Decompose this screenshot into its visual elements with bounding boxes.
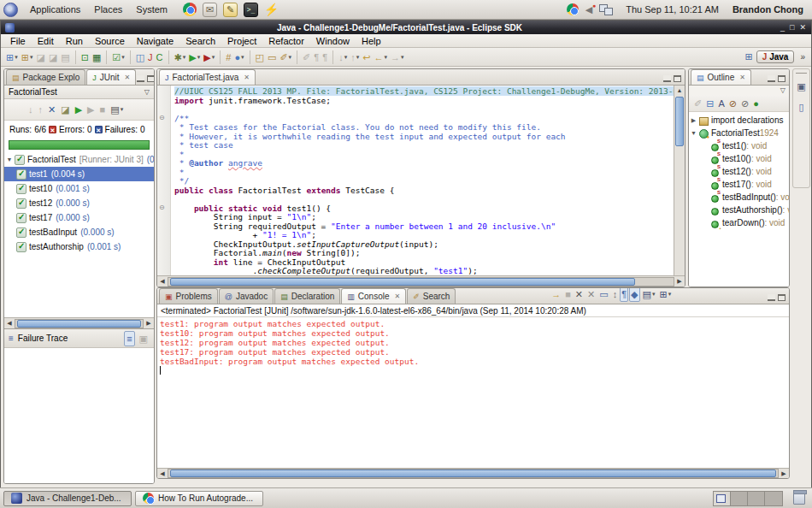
word-wrap-icon[interactable]: ¶ (620, 287, 628, 302)
dropdown-caret-icon[interactable]: ▾ (15, 54, 18, 61)
terminal-launcher[interactable]: >_ (244, 3, 258, 17)
scroll-left-icon[interactable]: ◀ (4, 320, 15, 327)
panel-menu-places[interactable]: Places (87, 2, 129, 17)
test-row-testAuthorship[interactable]: testAuthorship(0.001 s) (4, 239, 154, 254)
dropdown-caret-icon[interactable]: ▾ (121, 54, 125, 61)
failures-only-icon[interactable]: ✕ (46, 102, 57, 117)
workspace-1[interactable] (714, 492, 731, 505)
search-icon[interactable]: ✐▾ (278, 50, 293, 65)
tab-problems[interactable]: ▣Problems (159, 288, 218, 304)
debug-icon[interactable]: ✱▾ (173, 50, 188, 65)
close-tab-icon[interactable]: ✕ (125, 74, 131, 81)
panel-menu-system[interactable]: System (129, 2, 174, 17)
fold-collapse-icon[interactable]: ⊖ (159, 204, 165, 212)
fastview-restore-icon[interactable]: ▣ (795, 79, 807, 94)
outline-tab[interactable]: ▤ Outline ✕ (691, 69, 751, 85)
perspective-overflow-chevron[interactable]: » (800, 52, 805, 62)
open-perspective-icon[interactable]: ⊞ (744, 51, 752, 62)
editor-fold-ruler[interactable]: ⊖⊖ (157, 86, 171, 275)
close-tab-icon[interactable]: ✕ (244, 74, 250, 81)
dropdown-caret-icon[interactable]: ▾ (652, 291, 656, 298)
distro-logo-icon[interactable] (3, 3, 18, 17)
java-perspective-button[interactable]: J Java (756, 50, 795, 63)
test-row-test10[interactable]: test10(0.001 s) (4, 181, 154, 196)
junit-view-menu-icon[interactable]: ▤▾ (109, 102, 125, 117)
rerun-test-icon[interactable]: ▶ (74, 102, 84, 117)
dropdown-caret-icon[interactable]: ▾ (668, 291, 672, 298)
close-window-icon[interactable]: ✕ (799, 23, 806, 32)
close-tab-icon[interactable]: ✕ (394, 292, 400, 300)
open-resource-icon[interactable]: ◰ (254, 50, 266, 65)
outline-item-import-declarations[interactable]: ▶import declarations (689, 114, 789, 127)
maximize-view-icon[interactable] (778, 75, 786, 82)
evolution-launcher[interactable]: ✉ (203, 3, 217, 17)
close-tab-icon[interactable]: ✕ (739, 74, 745, 81)
outline-item-testauthorship-[interactable]: testAuthorship() : void (689, 204, 789, 216)
network-icon[interactable] (599, 4, 612, 15)
outline-item-teardown-[interactable]: tearDown() : void (689, 216, 789, 229)
gedit-launcher[interactable]: ✎ (223, 3, 238, 17)
junit-icon[interactable]: J (146, 50, 155, 65)
dropdown-caret-icon[interactable]: ▾ (183, 54, 186, 61)
editor-hscrollbar[interactable]: ◀ ▶ (157, 275, 685, 286)
remove-all-launches-icon[interactable]: ✕ (585, 287, 597, 302)
menu-navigate[interactable]: Navigate (131, 35, 179, 47)
dropdown-caret-icon[interactable]: ▾ (401, 54, 404, 61)
workspace-3[interactable] (748, 492, 765, 505)
minimize-view-icon[interactable] (663, 75, 671, 82)
minimize-window-icon[interactable]: _ (780, 23, 785, 32)
run-icon[interactable]: ▶▾ (187, 50, 202, 65)
outline-item-test12-[interactable]: test12() : void (689, 165, 789, 178)
show-console-on-output-icon[interactable]: → (550, 287, 562, 302)
tab-javadoc[interactable]: @Javadoc (219, 288, 274, 304)
stack-filter-icon[interactable]: ≡ (124, 331, 134, 346)
java-perspective-icon[interactable]: # (224, 50, 232, 65)
fastview-doc-icon[interactable]: ▯ (797, 99, 805, 115)
new-task-icon[interactable]: ☑▾ (110, 50, 126, 65)
menu-edit[interactable]: Edit (32, 35, 60, 47)
scroll-lock-icon[interactable]: ↕ (611, 287, 620, 302)
editor-tab-factorialtest[interactable]: J FactorialTest.java ✕ (159, 69, 256, 85)
maximize-window-icon[interactable]: □ (790, 23, 794, 32)
scroll-right-icon[interactable]: ▶ (674, 278, 685, 285)
test-row-testBadInput[interactable]: testBadInput(0.000 s) (4, 225, 154, 239)
external-terminal-icon[interactable]: ▦ (91, 50, 103, 65)
pin-console-icon[interactable]: ◆ (629, 287, 639, 302)
view-menu-caret-icon[interactable]: ▽ (780, 86, 786, 94)
dropdown-caret-icon[interactable]: ▾ (356, 54, 360, 61)
window-titlebar[interactable]: Java - Challenge1-DebugMe/FactorialTest.… (1, 21, 811, 34)
menu-run[interactable]: Run (60, 35, 89, 47)
maximize-view-icon[interactable] (778, 294, 786, 301)
web-browser-icon[interactable]: ●▾ (232, 50, 245, 65)
taskbar-window-0[interactable]: Java - Challenge1-Deb... (3, 491, 132, 506)
panel-menu-applications[interactable]: Applications (23, 2, 87, 17)
menu-search[interactable]: Search (179, 35, 221, 47)
sort-icon[interactable]: A (716, 96, 726, 111)
hide-nonpublic-icon[interactable]: ● (751, 96, 761, 111)
tab-search[interactable]: ✐Search (407, 288, 456, 304)
maximize-view-icon[interactable] (674, 75, 681, 82)
chrome-launcher[interactable] (183, 3, 197, 16)
outline-item-factorialtest[interactable]: ▼FactorialTest 1924 (689, 127, 789, 139)
volume-muted-icon[interactable]: ◀ (585, 4, 592, 15)
dropdown-caret-icon[interactable]: ▾ (121, 106, 124, 113)
workrave-launcher[interactable]: ⚡ (264, 3, 279, 17)
collapse-all-icon[interactable]: ⊟ (704, 96, 715, 111)
hide-fields-icon[interactable]: ⊘ (727, 96, 738, 111)
workspace-4[interactable] (765, 492, 782, 505)
new-java-project-icon[interactable]: ⊞▾ (20, 50, 35, 65)
test-row-test17[interactable]: test17(0.000 s) (4, 210, 154, 225)
outline-item-test1-[interactable]: test1() : void (689, 139, 789, 152)
menu-project[interactable]: Project (221, 35, 262, 47)
show-skipped-icon[interactable]: ◪ (59, 102, 71, 117)
minimize-view-icon[interactable] (137, 75, 144, 82)
dropdown-caret-icon[interactable]: ▾ (384, 54, 387, 61)
minimize-view-icon[interactable] (768, 75, 775, 82)
last-edit-location-icon[interactable]: ↩ (361, 50, 372, 65)
new-class-icon[interactable]: C (155, 50, 165, 65)
scroll-up-icon[interactable]: ▲ (674, 86, 685, 96)
dropdown-caret-icon[interactable]: ▾ (241, 54, 244, 61)
dropdown-caret-icon[interactable]: ▾ (197, 54, 201, 61)
dropdown-caret-icon[interactable]: ▾ (30, 54, 33, 61)
fold-collapse-icon[interactable]: ⊖ (159, 114, 165, 122)
